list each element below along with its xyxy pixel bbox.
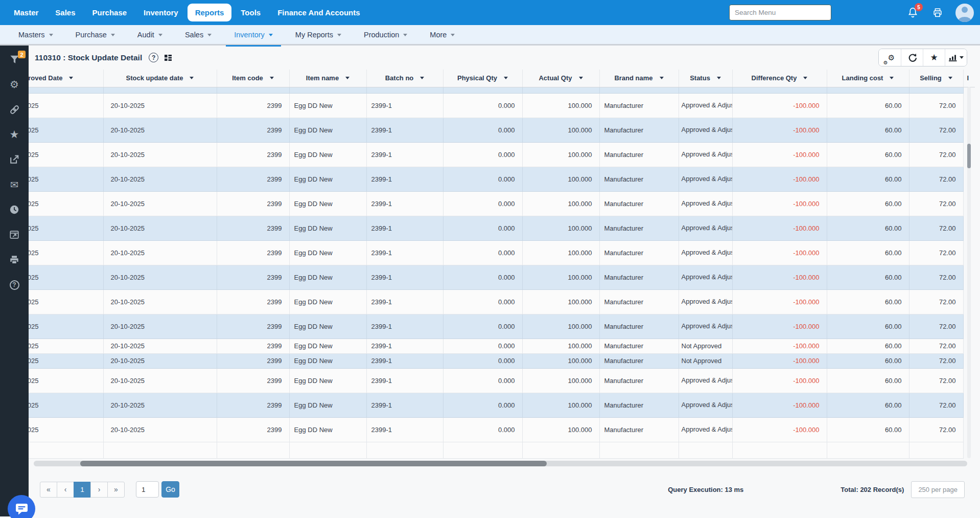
column-header-stock_update_date[interactable]: Stock update date (103, 70, 217, 87)
table-row[interactable]: 20-10-202520-10-20252399Egg DD New2399-1… (29, 265, 975, 289)
report-layout-grid-icon[interactable] (164, 54, 172, 62)
cell-value: Manufacturer (604, 200, 644, 208)
prev-page-button[interactable]: ‹ (57, 482, 74, 498)
top-nav-item-inventory[interactable]: Inventory (136, 4, 186, 21)
column-header-label: I (967, 74, 969, 82)
table-row[interactable]: 20-10-202520-10-20252399Egg DD New2399-1… (29, 240, 975, 265)
sub-nav-item-sales[interactable]: Sales (174, 25, 223, 45)
table-row[interactable]: 20-10-202520-10-20252399Egg DD New2399-1… (29, 191, 975, 216)
cell-brand_name: Manufacturer (599, 216, 679, 240)
cell-status: Approved & Adjusted (679, 240, 732, 265)
vertical-scrollbar[interactable] (967, 87, 971, 458)
column-header-item_code[interactable]: Item code (217, 70, 289, 87)
report-help-icon[interactable]: ? (149, 53, 158, 62)
horizontal-scrollbar-thumb[interactable] (80, 461, 547, 466)
column-header-label: Landing cost (842, 74, 883, 82)
favorites-star-icon[interactable]: ★ (9, 129, 20, 140)
per-page-selector[interactable]: 250 per page (911, 481, 965, 498)
column-header-landing_cost[interactable]: Landing cost (827, 70, 909, 87)
column-header-inner: Stock update date (104, 74, 217, 82)
user-avatar[interactable] (955, 4, 974, 22)
horizontal-scrollbar[interactable] (34, 461, 967, 466)
table-row[interactable]: 20-10-202520-10-20252399Egg DD New2399-1… (29, 142, 975, 167)
link-icon[interactable] (9, 104, 20, 115)
cell-item_code: 2399 (217, 167, 289, 191)
sub-nav-item-purchase[interactable]: Purchase (64, 25, 126, 45)
top-nav-item-tools[interactable]: Tools (233, 4, 268, 21)
first-page-button[interactable]: « (40, 482, 57, 498)
table-row[interactable]: 20-10-202520-10-20252399Egg DD New2399-1… (29, 289, 975, 314)
column-header-item_name[interactable]: Item name (289, 70, 366, 87)
notifications-button[interactable]: 5 (907, 7, 919, 18)
cell-value: Manufacturer (604, 377, 644, 385)
sub-nav-item-audit[interactable]: Audit (126, 25, 174, 45)
table-row[interactable]: 20-10-202520-10-20252399Egg DD New2399-1… (29, 167, 975, 191)
column-header-approved_date[interactable]: Approved Date (29, 70, 103, 87)
column-header-physical_qty[interactable]: Physical Qty (443, 70, 522, 87)
table-row[interactable]: 20-10-202520-10-20252399Egg DD New2399-1… (29, 353, 975, 368)
column-header-batch_no[interactable]: Batch no (366, 70, 443, 87)
sub-nav-item-masters[interactable]: Masters (7, 25, 64, 45)
column-header-inner: Approved Date (29, 74, 103, 82)
top-nav-item-sales[interactable]: Sales (48, 4, 83, 21)
top-nav-item-purchase[interactable]: Purchase (85, 4, 135, 21)
column-header-selling[interactable]: Selling (909, 70, 963, 87)
export-icon[interactable] (9, 154, 20, 165)
settings-gear-icon[interactable]: ⚙ (9, 79, 20, 90)
cell-value: 100.000 (568, 224, 592, 232)
table-row[interactable]: 20-10-202520-10-20252399Egg DD New2399-1… (29, 314, 975, 339)
refresh-icon (907, 53, 917, 62)
favorite-button[interactable]: ★ (923, 49, 945, 66)
cell-approved_date: 20-10-2025 (29, 353, 103, 368)
column-header-difference_qty[interactable]: Difference Qty (732, 70, 827, 87)
chevron-down-icon (960, 56, 964, 59)
cell-value: 100.000 (568, 175, 592, 183)
table-row[interactable]: 20-10-202520-10-20252399Egg DD New2399-1… (29, 93, 975, 118)
sub-nav-item-inventory[interactable]: Inventory (223, 25, 284, 45)
help-icon[interactable]: ? (9, 279, 20, 290)
top-nav-item-master[interactable]: Master (6, 4, 46, 21)
chart-view-button[interactable] (945, 49, 967, 66)
sub-nav-item-my-reports[interactable]: My Reports (284, 25, 353, 45)
cell-approved_date: 20-10-2025 (29, 118, 103, 142)
process-settings-button[interactable]: ⚙⚙ (879, 49, 901, 66)
cell-stock_update_date: 20-10-2025 (103, 216, 217, 240)
column-header-brand_name[interactable]: Brand name (599, 70, 679, 87)
table-header-row: Approved DateStock update dateItem codeI… (29, 70, 975, 87)
table-row[interactable]: 20-10-202520-10-20252399Egg DD New2399-1… (29, 216, 975, 240)
filter-icon[interactable]: 2 (9, 54, 20, 65)
page-number-button[interactable]: 1 (74, 482, 91, 498)
goto-page-input[interactable] (136, 481, 159, 498)
search-input[interactable] (729, 5, 831, 20)
cell-value: 20-10-2025 (111, 126, 145, 134)
cell-physical_qty: 0.000 (443, 339, 522, 353)
table-row[interactable]: 20-10-202520-10-20252399Egg DD New2399-1… (29, 118, 975, 142)
vertical-scrollbar-thumb[interactable] (967, 144, 971, 168)
table-row[interactable]: 20-10-202520-10-20252399Egg DD New2399-1… (29, 417, 975, 442)
last-page-button[interactable]: » (107, 482, 125, 498)
mail-icon[interactable]: ✉ (9, 179, 20, 190)
column-header-actual_qty[interactable]: Actual Qty (522, 70, 599, 87)
cell-batch_no: 2399-1 (366, 314, 443, 339)
sub-nav-item-more[interactable]: More (418, 25, 466, 45)
sub-nav-item-label: Masters (18, 31, 45, 39)
print-sidebar-icon[interactable] (9, 254, 20, 265)
table-row[interactable]: 20-10-202520-10-20252399Egg DD New2399-1… (29, 393, 975, 417)
cell-difference_qty: -100.000 (732, 353, 827, 368)
partial-row (29, 87, 975, 93)
refresh-button[interactable] (901, 49, 923, 66)
print-button[interactable] (932, 7, 943, 18)
top-nav-item-reports[interactable]: Reports (188, 4, 232, 21)
history-clock-icon[interactable] (9, 204, 20, 215)
window-refresh-icon[interactable] (9, 229, 20, 240)
go-button[interactable]: Go (161, 481, 179, 498)
next-page-button[interactable]: › (90, 482, 108, 498)
cell-value: 20-10-2025 (111, 249, 145, 257)
sub-nav-item-production[interactable]: Production (353, 25, 418, 45)
table-row[interactable]: 20-10-202520-10-20252399Egg DD New2399-1… (29, 339, 975, 353)
column-header-status[interactable]: Status (679, 70, 732, 87)
chat-fab-button[interactable] (8, 495, 35, 518)
cell-value: Not Approved (682, 342, 722, 350)
top-nav-item-finance-and-accounts[interactable]: Finance And Accounts (270, 4, 367, 21)
table-row[interactable]: 20-10-202520-10-20252399Egg DD New2399-1… (29, 368, 975, 393)
